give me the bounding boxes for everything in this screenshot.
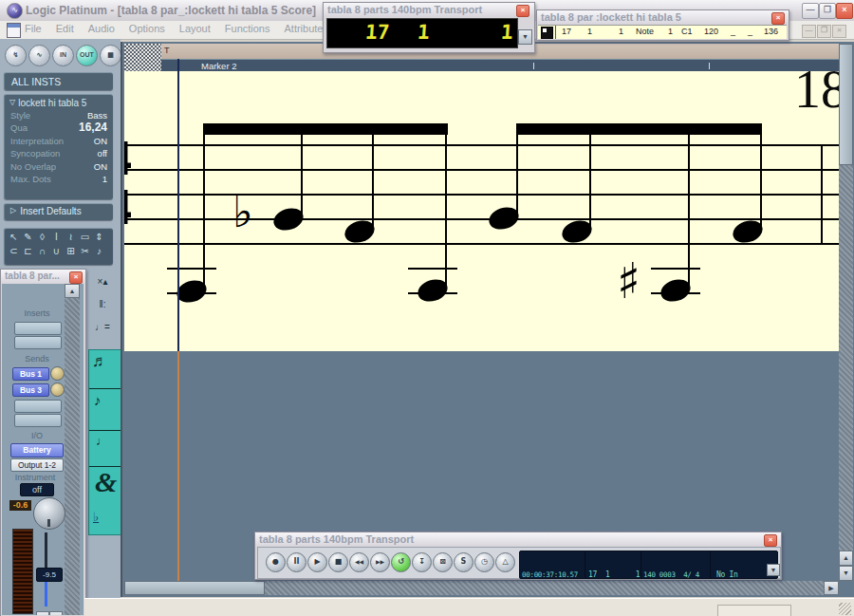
text-tool-icon[interactable]: I (49, 230, 64, 244)
transport-close-icon[interactable]: × (764, 534, 777, 546)
smpte-display[interactable]: 00:00:37:10.57 17 1 1 (519, 551, 587, 579)
slur-tool-icon[interactable]: ∪ (49, 244, 64, 258)
tempo-display[interactable]: 140 0003 4/ 4 22005925 / 4 (640, 551, 713, 579)
monitor-button[interactable]: ▦ (100, 45, 121, 66)
menu-attributes[interactable]: Attributes (285, 23, 328, 34)
param-row[interactable]: Syncopationoff (5, 147, 113, 159)
menu-file[interactable]: File (25, 23, 42, 34)
tempo-tool-icon[interactable]: ♩= (90, 319, 115, 336)
event-float-titlebar[interactable]: tabla 8 par :lockett hi tabla 5 × (537, 10, 789, 24)
transport-play-button[interactable]: ▶ (307, 552, 327, 572)
transport-float-close-icon[interactable]: × (516, 5, 529, 16)
tie-tool-icon[interactable]: ∩ (35, 244, 49, 258)
transport-solo-button[interactable]: S (454, 552, 473, 572)
resize-grip[interactable] (839, 603, 851, 615)
mdi-minimize-button[interactable]: — (802, 25, 816, 38)
close-button[interactable]: × (836, 3, 853, 19)
quantize-tool-icon[interactable]: ⊂ (7, 244, 21, 258)
menu-edit[interactable]: Edit (56, 23, 74, 34)
param-row[interactable]: Qua16,24 (5, 121, 113, 134)
event-cell[interactable]: 17 (562, 27, 571, 36)
accidental-tool-icon[interactable]: ×▴ (90, 273, 115, 290)
horizontal-scrollbar-thumb[interactable] (124, 581, 265, 595)
disclosure-right-icon[interactable]: ▷ (10, 206, 16, 216)
flat-icon[interactable]: ♭ (93, 510, 99, 524)
param-value[interactable]: 16,24 (79, 121, 107, 134)
send2-knob[interactable] (50, 383, 65, 397)
mixer-scroll-up-icon[interactable]: ▲ (65, 284, 80, 298)
param-value[interactable]: 1 (102, 173, 107, 185)
position-display[interactable]: 17 1 1 21 1 1 (585, 551, 645, 579)
event-float-row[interactable]: 1711Note1C1120__136 (538, 25, 787, 39)
layout-tool-icon[interactable]: ▭ (78, 230, 92, 244)
param-row[interactable]: No OverlapON (5, 160, 113, 173)
midi-out-button[interactable]: OUT (76, 45, 98, 66)
barline-tool-icon[interactable]: ‖: (90, 296, 115, 313)
send-slot[interactable] (14, 414, 62, 427)
event-cell[interactable]: 1 (668, 27, 673, 36)
transport-stop-button[interactable]: ■ (328, 552, 348, 572)
event-cell[interactable]: 1 (587, 27, 592, 36)
fader-thumb[interactable]: -9.5 (36, 568, 63, 582)
insert-slot[interactable] (14, 322, 62, 335)
event-cell[interactable]: C1 (681, 27, 693, 36)
transport-sync-button[interactable]: ◷ (474, 552, 494, 572)
scroll-right-icon[interactable]: ▶ (824, 581, 839, 595)
param-value[interactable]: ON (94, 135, 107, 147)
param-row[interactable]: InterpretationON (5, 135, 113, 147)
transport-replace-button[interactable]: ⊠ (433, 552, 453, 572)
pan-knob[interactable] (33, 497, 65, 530)
param-row[interactable]: StyleBass (5, 109, 113, 121)
event-cell[interactable]: 120 (704, 27, 718, 36)
pencil-tool-icon[interactable]: ✎ (21, 230, 35, 244)
transport-record-button[interactable]: ● (266, 552, 286, 572)
mixer-scrollbar[interactable]: ▲ (65, 284, 80, 615)
song-position-line-lower[interactable] (177, 351, 179, 581)
song-position-line[interactable] (177, 59, 179, 351)
insert-slot[interactable] (14, 336, 62, 349)
display-parameter-box[interactable]: ▽ lockett hi tabla 5 StyleBassQua16,24In… (4, 94, 113, 199)
mode-display[interactable]: off (20, 483, 54, 496)
mixer-window-titlebar[interactable]: tabla 8 par... × (1, 270, 85, 283)
vertical-scrollbar-thumb[interactable] (839, 44, 853, 165)
transport-pause-button[interactable]: II (287, 552, 306, 572)
transport-dropdown-icon[interactable]: ▼ (767, 564, 780, 576)
peak-value[interactable]: -0.6 (9, 500, 31, 511)
event-cell[interactable]: _ (748, 27, 752, 36)
mdi-restore-button[interactable]: ❐ (817, 25, 831, 38)
sixteenth-notes-icon[interactable]: ♬ (92, 352, 108, 371)
event-float-close-icon[interactable]: × (771, 12, 785, 24)
param-value[interactable]: ON (94, 160, 107, 173)
menu-layout[interactable]: Layout (179, 23, 211, 34)
all-instruments-box[interactable]: ALL INSTS (4, 72, 113, 90)
transport-rewind-button[interactable]: ◀◀ (349, 552, 369, 572)
scroll-tool-icon[interactable]: ⇕ (92, 230, 106, 244)
instrument-button[interactable]: Battery (10, 443, 64, 457)
insert-defaults-box[interactable]: ▷ Insert Defaults (4, 203, 113, 220)
treble-clef-icon[interactable]: & (95, 466, 117, 498)
scroll-up-icon[interactable]: ▲ (839, 551, 853, 566)
score-page[interactable]: ♭♯ 18 4 4 (124, 71, 839, 351)
transport-float-titlebar[interactable]: tabla 8 parts 140bpm Transport × (324, 3, 534, 16)
output-button[interactable]: Output 1-2 (10, 458, 64, 472)
send-slot[interactable] (14, 400, 62, 413)
transport-forward-button[interactable]: ▶▶ (370, 552, 390, 572)
menu-options[interactable]: Options (129, 23, 165, 34)
event-cell[interactable]: 1 (619, 27, 623, 36)
midi-in-button[interactable]: IN (52, 45, 74, 66)
transport-cycle-button[interactable]: ↺ (391, 552, 411, 572)
param-value[interactable]: off (98, 147, 107, 159)
send-bus2-button[interactable]: Bus 3 (12, 383, 49, 397)
catch-button[interactable]: ↯ (5, 45, 27, 66)
event-cell[interactable]: _ (731, 27, 735, 36)
scroll-down-icon[interactable]: ▼ (839, 566, 853, 581)
minimize-button[interactable]: — (802, 3, 819, 19)
quarter-note-icon[interactable]: ♩ (96, 434, 108, 448)
mixer-close-icon[interactable]: × (69, 271, 83, 283)
transport-titlebar[interactable]: tabla 8 parts 140bpm Transport × (255, 532, 781, 546)
send-bus1-button[interactable]: Bus 1 (12, 367, 49, 381)
event-cell[interactable]: Note (636, 27, 654, 36)
transport-metronome-button[interactable]: △ (495, 552, 515, 572)
disclosure-down-icon[interactable]: ▽ (9, 98, 15, 108)
content-link-button[interactable]: ∿ (28, 45, 50, 66)
